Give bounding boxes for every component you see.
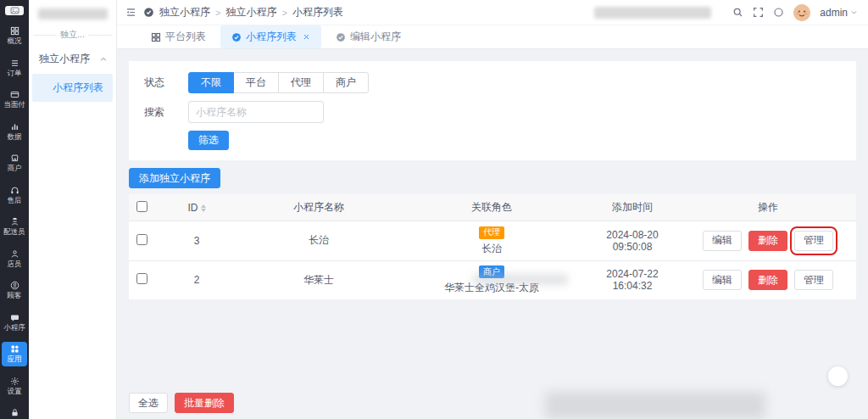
- status-option-platform[interactable]: 平台: [233, 72, 279, 93]
- breadcrumb-item[interactable]: 小程序列表: [292, 5, 343, 20]
- sidebar-item-aftersales[interactable]: 售后: [2, 183, 27, 208]
- sidebar-item-label: 设置: [8, 388, 22, 395]
- role-name: 长治: [402, 242, 581, 256]
- delete-button[interactable]: 删除: [748, 270, 787, 290]
- tab-miniprogram-list[interactable]: 小程序列表: [220, 25, 321, 48]
- row-checkbox[interactable]: [136, 234, 147, 245]
- submenu-group-label: 独立小程序: [39, 52, 90, 66]
- status-option-agent[interactable]: 代理: [278, 72, 324, 93]
- tab-label: 小程序列表: [246, 30, 297, 44]
- column-header-role: 关联角色: [398, 194, 585, 221]
- sidebar-item-label: 店员: [8, 260, 22, 268]
- role-badge-agent: 代理: [479, 226, 504, 239]
- sidebar-item-label: 应用: [8, 355, 22, 363]
- search-icon[interactable]: [732, 7, 743, 18]
- back-to-top-button[interactable]: [828, 366, 848, 386]
- delete-button[interactable]: 删除: [748, 231, 787, 251]
- user-menu[interactable]: admin: [820, 7, 858, 19]
- tab-platform-list[interactable]: 平台列表: [140, 25, 217, 48]
- sidebar-item-settings[interactable]: 设置: [2, 374, 27, 399]
- sidebar-item-label: 商户: [8, 165, 22, 172]
- close-icon[interactable]: [303, 33, 310, 41]
- select-all-checkbox[interactable]: [136, 201, 147, 212]
- add-independent-miniprogram-button[interactable]: 添加独立小程序: [129, 168, 220, 188]
- submenu-divider-label: 独立...: [60, 29, 84, 41]
- row-checkbox[interactable]: [136, 273, 147, 284]
- sidebar-item-overview[interactable]: 概况: [2, 24, 27, 48]
- submenu-group-independent-miniprogram[interactable]: 独立小程序: [29, 41, 116, 74]
- sidebar-item-label: 售后: [8, 197, 22, 204]
- status-filter-label: 状态: [144, 75, 188, 90]
- username: admin: [820, 7, 848, 19]
- sidebar-item-label: 数据: [8, 133, 22, 141]
- chevron-down-icon: [850, 8, 858, 16]
- sidebar-item-label: 配送员: [3, 228, 25, 236]
- chevron-up-icon: [99, 55, 108, 64]
- permissions-icon: [10, 408, 19, 417]
- tab-edit-miniprogram[interactable]: 编辑小程序: [325, 25, 412, 48]
- manage-button[interactable]: 管理: [794, 270, 833, 290]
- row-actions: 编辑 删除 管理: [683, 270, 853, 290]
- miniprogram-icon: [10, 313, 19, 322]
- table-header-row: ID 小程序名称 关联角色 添加时间 操作: [129, 194, 856, 221]
- sidebar-item-miniprogram[interactable]: 小程序: [2, 310, 27, 335]
- cell-id: 3: [154, 221, 239, 261]
- sidebar-item-label: 顾客: [8, 292, 22, 299]
- edit-button[interactable]: 编辑: [703, 270, 742, 290]
- sidebar-item-customer[interactable]: 顾客: [2, 278, 27, 303]
- page-check-icon: [143, 7, 154, 18]
- settings-icon: [10, 377, 19, 386]
- search-input[interactable]: [188, 101, 324, 123]
- grid-icon: [151, 32, 161, 42]
- cell-added-time: 2024-07-22 16:04:32: [585, 260, 680, 299]
- filter-button[interactable]: 筛选: [188, 131, 229, 150]
- refresh-circle-icon[interactable]: [773, 7, 784, 18]
- status-option-merchant[interactable]: 商户: [323, 72, 369, 93]
- courier-icon: [10, 217, 19, 226]
- cell-added-time: 2024-08-20 09:50:08: [585, 221, 680, 261]
- app-logo[interactable]: [5, 6, 24, 15]
- fullscreen-icon[interactable]: [753, 7, 764, 18]
- table-row: 3 长治 代理 长治 2024-08-20 09:50:08 编辑 删除: [129, 221, 856, 261]
- status-option-unlimited[interactable]: 不限: [188, 72, 234, 93]
- orders-icon: [10, 59, 19, 68]
- check-circle-icon: [231, 32, 242, 42]
- apps-icon: [10, 344, 19, 354]
- column-header-added: 添加时间: [585, 194, 680, 221]
- redacted-logo: [38, 8, 108, 20]
- sidebar-item-face-pay[interactable]: 当面付: [2, 87, 27, 112]
- content-area: 状态 不限 平台 代理 商户 搜索 筛选 添加独: [117, 49, 868, 419]
- sidebar-item-courier[interactable]: 配送员: [2, 215, 27, 239]
- sort-icon[interactable]: [201, 204, 206, 212]
- aftersales-icon: [10, 186, 19, 195]
- sidebar-collapse-icon[interactable]: [125, 7, 136, 18]
- breadcrumb-item[interactable]: 独立小程序: [225, 5, 276, 20]
- sidebar-item-apps[interactable]: 应用: [2, 342, 27, 366]
- manage-button-highlighted[interactable]: 管理: [794, 231, 833, 251]
- edit-button[interactable]: 编辑: [703, 231, 742, 251]
- top-bar-actions: admin: [594, 4, 858, 21]
- tab-bar: 平台列表 小程序列表 编辑小程序: [117, 25, 868, 49]
- breadcrumb-separator: >: [281, 8, 287, 18]
- column-header-id[interactable]: ID: [188, 202, 198, 214]
- redacted-text: [594, 7, 711, 19]
- app-window: 概况 订单 当面付 数据 商户 售后 配送员 店员 顾客 小程序 应用 设置 权…: [0, 0, 868, 419]
- sidebar-item-clerk[interactable]: 店员: [2, 247, 27, 271]
- status-filter-group: 不限 平台 代理 商户: [188, 72, 369, 93]
- submenu-divider: 独立...: [33, 29, 112, 41]
- submenu-item-miniprogram-list[interactable]: 小程序列表: [32, 74, 113, 102]
- column-header-actions: 操作: [680, 194, 856, 221]
- sidebar-item-merchant[interactable]: 商户: [2, 151, 27, 176]
- sidebar-item-label: 小程序: [3, 324, 25, 332]
- face-pay-icon: [10, 90, 19, 99]
- secondary-sidebar: 独立... 独立小程序 小程序列表: [29, 0, 117, 419]
- cell-role: 商户 华莱士全鸡汉堡-太原: [398, 260, 585, 299]
- sidebar-item-orders[interactable]: 订单: [2, 56, 27, 81]
- batch-delete-button[interactable]: 批量删除: [175, 393, 234, 413]
- select-all-button[interactable]: 全选: [129, 393, 168, 413]
- tab-label: 编辑小程序: [350, 30, 401, 44]
- sidebar-item-permissions[interactable]: 权限: [2, 405, 27, 419]
- avatar[interactable]: [793, 4, 810, 21]
- sidebar-item-data[interactable]: 数据: [2, 120, 27, 144]
- breadcrumb-item[interactable]: 独立小程序: [159, 5, 210, 20]
